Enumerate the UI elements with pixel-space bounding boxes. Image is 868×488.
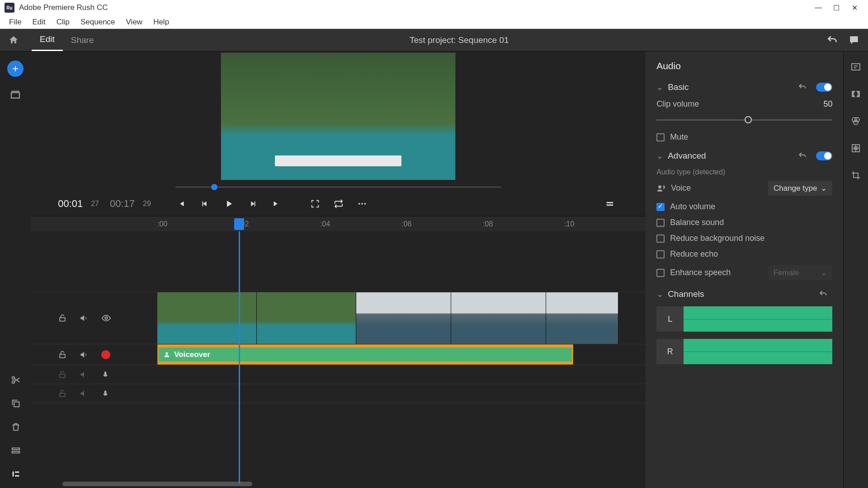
track-lock-icon[interactable] bbox=[58, 370, 67, 379]
trash-icon[interactable] bbox=[11, 422, 21, 432]
menu-clip[interactable]: Clip bbox=[51, 16, 75, 28]
preview-scrubber[interactable] bbox=[175, 183, 501, 192]
basic-title: Basic bbox=[668, 82, 793, 92]
clip-volume-label: Clip volume bbox=[656, 99, 818, 109]
track-mute-icon[interactable] bbox=[80, 350, 89, 359]
svg-point-7 bbox=[165, 352, 168, 354]
window-titlebar: Ru Adobe Premiere Rush CC — ☐ ✕ bbox=[0, 0, 868, 15]
voiceover-clip[interactable]: Voiceover bbox=[157, 344, 573, 365]
track-visibility-icon[interactable] bbox=[101, 313, 111, 323]
window-maximize-button[interactable]: ☐ bbox=[827, 4, 845, 12]
change-type-dropdown[interactable]: Change type⌄ bbox=[768, 181, 832, 196]
svg-point-13 bbox=[12, 381, 15, 384]
voice-label: Voice bbox=[671, 183, 763, 193]
svg-rect-14 bbox=[14, 402, 19, 407]
duplicate-icon[interactable] bbox=[11, 399, 21, 408]
track-lock-icon[interactable] bbox=[58, 350, 67, 359]
reduce-noise-label: Reduce background noise bbox=[670, 234, 832, 243]
clip-volume-slider[interactable] bbox=[656, 115, 832, 124]
expand-tracks-icon[interactable] bbox=[11, 446, 21, 455]
playhead-handle[interactable] bbox=[234, 218, 244, 230]
reset-icon[interactable] bbox=[798, 83, 807, 92]
go-start-button[interactable] bbox=[173, 199, 190, 209]
go-end-button[interactable] bbox=[268, 199, 285, 209]
fullscreen-button[interactable] bbox=[307, 199, 324, 209]
channel-left[interactable]: L bbox=[656, 306, 832, 332]
window-close-button[interactable]: ✕ bbox=[845, 4, 863, 12]
timeline: Voiceover bbox=[31, 231, 646, 488]
tab-share[interactable]: Share bbox=[63, 30, 102, 51]
chevron-down-icon[interactable]: ⌄ bbox=[656, 82, 663, 92]
reduce-echo-checkbox[interactable] bbox=[656, 250, 665, 258]
loop-button[interactable] bbox=[330, 199, 347, 209]
track-mute-icon[interactable] bbox=[80, 389, 89, 398]
color-icon[interactable] bbox=[850, 116, 861, 127]
center-area: 00:01 27 00:17 29 :00 :02 :04 :06 :08 :1… bbox=[31, 52, 646, 488]
chevron-down-icon: ⌄ bbox=[821, 183, 827, 193]
menu-sequence[interactable]: Sequence bbox=[75, 16, 121, 28]
scissors-icon[interactable] bbox=[11, 375, 21, 385]
add-media-button[interactable]: + bbox=[7, 61, 24, 77]
basic-toggle[interactable] bbox=[816, 83, 832, 92]
step-back-button[interactable] bbox=[196, 199, 213, 209]
track-lock-icon[interactable] bbox=[58, 389, 67, 398]
reset-icon[interactable] bbox=[819, 290, 828, 299]
mic-icon[interactable] bbox=[101, 389, 109, 398]
reset-icon[interactable] bbox=[798, 151, 807, 160]
svg-rect-21 bbox=[852, 64, 860, 70]
tab-edit[interactable]: Edit bbox=[32, 29, 63, 51]
window-minimize-button[interactable]: — bbox=[809, 4, 827, 12]
step-forward-button[interactable] bbox=[244, 199, 261, 209]
balance-sound-checkbox[interactable] bbox=[656, 219, 665, 227]
time-ruler[interactable]: :00 :02 :04 :06 :08 :10 bbox=[31, 216, 646, 231]
menu-file[interactable]: File bbox=[4, 16, 27, 28]
play-button[interactable] bbox=[220, 198, 238, 209]
more-button[interactable] bbox=[354, 199, 371, 209]
speed-icon[interactable] bbox=[850, 143, 861, 154]
svg-point-24 bbox=[854, 120, 858, 125]
home-icon[interactable] bbox=[8, 35, 19, 46]
enhance-speech-checkbox[interactable] bbox=[656, 269, 665, 277]
reduce-noise-checkbox[interactable] bbox=[656, 235, 665, 243]
gender-dropdown[interactable]: Female⌄ bbox=[768, 265, 833, 280]
channel-left-label: L bbox=[656, 306, 684, 332]
menu-edit[interactable]: Edit bbox=[27, 16, 51, 28]
transitions-icon[interactable] bbox=[850, 89, 861, 99]
advanced-toggle[interactable] bbox=[816, 151, 832, 160]
video-clip[interactable] bbox=[157, 292, 257, 344]
chevron-down-icon[interactable]: ⌄ bbox=[656, 289, 663, 299]
mute-checkbox[interactable] bbox=[656, 133, 665, 141]
track-mute-icon[interactable] bbox=[80, 314, 89, 323]
audio-track-empty bbox=[31, 365, 646, 384]
transport-bar: 00:01 27 00:17 29 bbox=[31, 192, 646, 216]
enhance-speech-label: Enhance speech bbox=[670, 268, 763, 277]
menu-view[interactable]: View bbox=[121, 16, 148, 28]
undo-icon[interactable] bbox=[826, 34, 838, 46]
crop-icon[interactable] bbox=[850, 170, 861, 181]
video-clip[interactable] bbox=[546, 292, 618, 344]
chat-icon[interactable] bbox=[848, 34, 860, 46]
svg-rect-16 bbox=[12, 451, 20, 453]
mic-icon[interactable] bbox=[101, 371, 109, 379]
video-clip[interactable] bbox=[257, 292, 356, 344]
playhead-line[interactable] bbox=[239, 231, 240, 483]
project-panel-icon[interactable] bbox=[10, 89, 21, 100]
track-lock-icon[interactable] bbox=[58, 314, 67, 323]
timeline-options-icon[interactable] bbox=[601, 199, 618, 209]
video-clip[interactable] bbox=[451, 292, 546, 344]
track-controls-icon[interactable] bbox=[11, 469, 21, 479]
timeline-horizontal-scrollbar[interactable] bbox=[62, 482, 252, 486]
record-button[interactable] bbox=[101, 350, 110, 359]
channel-right[interactable]: R bbox=[656, 339, 832, 364]
panel-title: Audio bbox=[656, 61, 832, 71]
auto-volume-checkbox[interactable] bbox=[656, 203, 665, 211]
svg-rect-0 bbox=[11, 93, 19, 98]
video-preview[interactable] bbox=[221, 52, 456, 180]
track-mute-icon[interactable] bbox=[80, 370, 89, 379]
menu-help[interactable]: Help bbox=[148, 16, 175, 28]
titles-icon[interactable] bbox=[850, 61, 861, 72]
svg-rect-8 bbox=[60, 374, 65, 378]
svg-point-3 bbox=[364, 203, 366, 205]
video-clip[interactable] bbox=[356, 292, 451, 344]
chevron-down-icon[interactable]: ⌄ bbox=[656, 151, 663, 161]
